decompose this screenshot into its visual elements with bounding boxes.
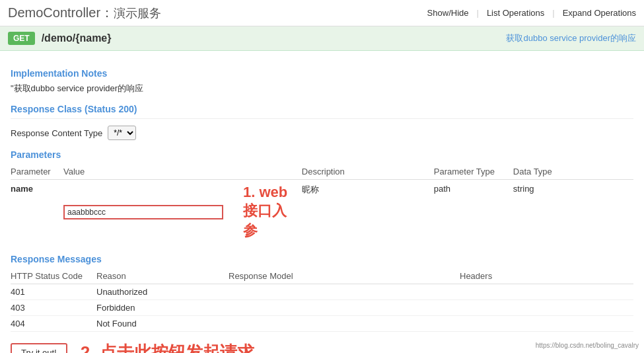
- impl-notes-content: "获取dubbo service provider的响应: [11, 83, 633, 95]
- content-type-row: Response Content Type */*: [11, 126, 633, 140]
- resp-header-row: HTTP Status Code Reason Response Model H…: [11, 268, 633, 284]
- param-description: 昵称: [302, 180, 434, 245]
- resp-headers: [460, 300, 633, 316]
- col-data-type: Data Type: [513, 164, 633, 180]
- resp-code: 403: [11, 300, 96, 316]
- content-type-label: Response Content Type: [11, 128, 102, 138]
- divider-1: [11, 118, 633, 119]
- param-input-wrapper: aaabbbccc: [63, 205, 223, 219]
- header-title: DemoController：演示服务: [8, 4, 161, 22]
- param-name-input[interactable]: [118, 206, 222, 218]
- endpoint-bar: GET /demo/{name} 获取dubbo service provide…: [0, 26, 644, 51]
- resp-headers: [460, 284, 633, 300]
- col-description: Description: [302, 164, 434, 180]
- table-row: 404 Not Found: [11, 316, 633, 332]
- main-content: Implementation Notes "获取dubbo service pr…: [0, 51, 644, 353]
- content-type-select[interactable]: */*: [108, 126, 136, 140]
- resp-model: [229, 316, 460, 332]
- param-annotation: 1. web 接口入参: [243, 184, 297, 241]
- param-name: name: [11, 180, 63, 245]
- response-messages-table: HTTP Status Code Reason Response Model H…: [11, 268, 633, 332]
- param-prefill-value: aaabbbccc: [65, 206, 118, 218]
- header: DemoController：演示服务 Show/Hide | List Ope…: [0, 0, 644, 26]
- resp-reason: Not Found: [96, 316, 229, 332]
- param-type: path: [434, 180, 513, 245]
- try-it-out-button[interactable]: Try it out!: [11, 343, 67, 353]
- col-headers: Headers: [460, 268, 633, 284]
- response-class-title: Response Class (Status 200): [11, 104, 633, 114]
- table-row: 403 Forbidden: [11, 300, 633, 316]
- resp-model: [229, 284, 460, 300]
- resp-reason: Forbidden: [96, 300, 229, 316]
- endpoint-path: /demo/{name}: [42, 32, 112, 44]
- col-model: Response Model: [229, 268, 460, 284]
- separator: ：: [100, 5, 114, 20]
- resp-code: 401: [11, 284, 96, 300]
- show-hide-link[interactable]: Show/Hide: [427, 8, 469, 18]
- nav-sep-1: |: [476, 8, 478, 18]
- col-http-status: HTTP Status Code: [11, 268, 96, 284]
- endpoint-left: GET /demo/{name}: [8, 32, 111, 45]
- resp-headers: [460, 316, 633, 332]
- try-button-row: Try it out! 2. 点击此按钮发起请求: [11, 341, 633, 353]
- try-annotation: 2. 点击此按钮发起请求: [81, 341, 254, 353]
- resp-reason: Unauthorized: [96, 284, 229, 300]
- parameters-table: Parameter Value Description Parameter Ty…: [11, 164, 633, 245]
- subtitle: 演示服务: [114, 7, 161, 20]
- nav-sep-2: |: [552, 8, 554, 18]
- col-value: Value: [63, 164, 302, 180]
- params-header-row: Parameter Value Description Parameter Ty…: [11, 164, 633, 180]
- list-operations-link[interactable]: List Operations: [487, 8, 544, 18]
- resp-code: 404: [11, 316, 96, 332]
- table-row: 401 Unauthorized: [11, 284, 633, 300]
- header-nav: Show/Hide | List Operations | Expand Ope…: [427, 8, 636, 18]
- parameters-title: Parameters: [11, 149, 633, 160]
- resp-model: [229, 300, 460, 316]
- param-data-type: string: [513, 180, 633, 245]
- col-param-type: Parameter Type: [434, 164, 513, 180]
- method-badge: GET: [8, 32, 35, 45]
- expand-operations-link[interactable]: Expand Operations: [563, 8, 636, 18]
- table-row: name aaabbbccc 1. web 接口入参 昵称 path strin…: [11, 180, 633, 245]
- endpoint-description[interactable]: 获取dubbo service provider的响应: [506, 32, 636, 44]
- controller-name: DemoController: [8, 5, 100, 20]
- col-reason: Reason: [96, 268, 229, 284]
- col-parameter: Parameter: [11, 164, 63, 180]
- response-messages-title: Response Messages: [11, 254, 633, 264]
- param-value-cell: aaabbbccc 1. web 接口入参: [63, 180, 302, 245]
- impl-notes-title: Implementation Notes: [11, 68, 633, 79]
